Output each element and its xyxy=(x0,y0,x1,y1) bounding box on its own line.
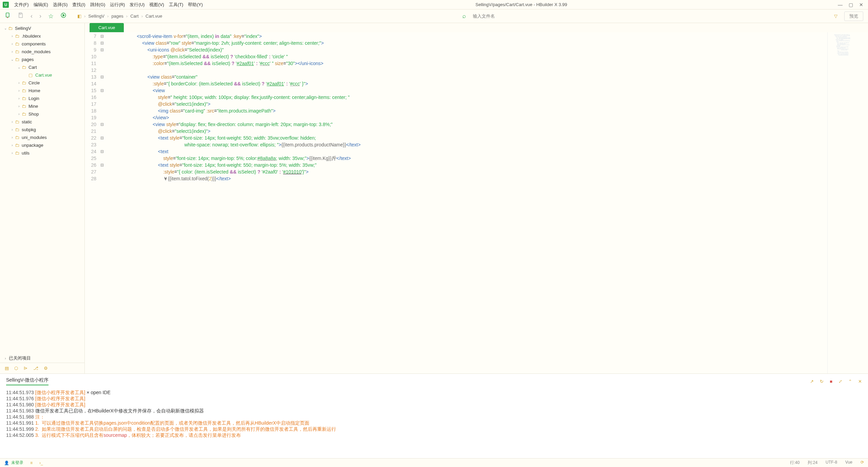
menu-item[interactable]: 视图(V) xyxy=(147,1,166,8)
extensions-icon[interactable]: ⚙ xyxy=(44,366,48,371)
list-icon[interactable]: ≡ xyxy=(30,461,33,465)
fold-toggle[interactable]: ⊟ xyxy=(99,148,105,155)
breadcrumb-item[interactable]: Cart.vue xyxy=(146,14,162,19)
menu-item[interactable]: 工具(T) xyxy=(167,1,186,8)
tree-item[interactable]: ›🗀Login xyxy=(0,95,84,102)
search-box xyxy=(473,14,534,19)
back-icon[interactable]: ‹ xyxy=(31,13,33,20)
debug-icon[interactable]: ⩥ xyxy=(23,366,28,371)
close-icon[interactable]: ✕ xyxy=(859,2,863,7)
menu-item[interactable]: 发行(U) xyxy=(128,1,147,8)
fold-toggle[interactable]: ⊟ xyxy=(99,74,105,80)
status-encoding[interactable]: UTF-8 xyxy=(826,460,837,466)
status-lang[interactable]: Vue xyxy=(845,460,852,466)
menu-item[interactable]: 编辑(E) xyxy=(32,1,50,8)
tree-item[interactable]: ›🗀static xyxy=(0,118,84,126)
tree-label: Home xyxy=(28,88,40,93)
menu-item[interactable]: 文件(F) xyxy=(12,1,31,8)
menu-item[interactable]: 跳转(G) xyxy=(88,1,108,8)
tree-item[interactable]: ›🗀Circle xyxy=(0,79,84,87)
status-login[interactable]: 👤 未登录 xyxy=(4,460,23,466)
tree-item[interactable]: ⌄🗀SellingV xyxy=(0,24,84,32)
new-file-icon[interactable] xyxy=(5,12,11,20)
fold-toggle[interactable]: ⊟ xyxy=(99,46,105,53)
fold-toggle[interactable]: ⊟ xyxy=(99,87,105,94)
forward-icon[interactable]: › xyxy=(39,13,41,20)
fold-toggle[interactable]: ⊟ xyxy=(99,33,105,40)
fold-toggle[interactable]: ⊟ xyxy=(99,162,105,168)
menu-item[interactable]: 查找(I) xyxy=(70,1,87,8)
breadcrumb-item[interactable]: Cart xyxy=(130,14,139,19)
minimize-icon[interactable]: — xyxy=(838,2,843,7)
fold-toggle[interactable]: ⊟ xyxy=(99,135,105,141)
tree-item[interactable]: ›🗀Home xyxy=(0,87,84,95)
folder-icon: ◧ xyxy=(77,14,81,19)
git-icon[interactable]: ⎇ xyxy=(33,366,38,371)
menu-item[interactable]: 帮助(Y) xyxy=(186,1,205,8)
tree-item[interactable]: ›🗀uni_modules xyxy=(0,134,84,141)
preview-button[interactable]: 预览 xyxy=(844,12,863,21)
stop-icon[interactable]: ■ xyxy=(830,379,832,384)
breadcrumb-item[interactable]: pages xyxy=(111,14,123,19)
folder-icon: 🗀 xyxy=(15,34,21,39)
menu-item[interactable]: 运行(R) xyxy=(108,1,127,8)
toolbar: ‹ › ☆ ◧ › SellingV › pages › Cart › Cart… xyxy=(0,9,868,23)
tree-item[interactable]: ⌄🗀Cart xyxy=(0,63,84,71)
status-line[interactable]: 行:40 xyxy=(790,460,800,466)
log-line: 11:44:51.983 微信开发者工具已启动，在HBuilderX中修改文件并… xyxy=(6,408,862,414)
filter-icon[interactable]: ▽ xyxy=(834,14,837,19)
sidebar: ⌄🗀SellingV›🗀.hbuilderx›🗀components›🗀node… xyxy=(0,23,85,373)
closed-projects[interactable]: › 已关闭项目 xyxy=(0,354,84,363)
star-icon[interactable]: ☆ xyxy=(48,13,54,20)
tree-item[interactable]: ›🗀subpkg xyxy=(0,126,84,134)
code-editor[interactable]: <scroll-view-item v-for="(item, index) i… xyxy=(105,32,827,373)
explorer-icon[interactable]: ▤ xyxy=(5,366,9,371)
collapse-icon[interactable]: ⌃ xyxy=(848,379,852,384)
tree-item[interactable]: ▢Cart.vue xyxy=(0,71,84,79)
search-icon[interactable]: ⌕ xyxy=(462,13,466,20)
window-title: SellingV/pages/Cart/Cart.vue - HBuilder … xyxy=(205,2,838,7)
fold-toggle[interactable]: ⊟ xyxy=(99,40,105,46)
tree-item[interactable]: ›🗀unpackage xyxy=(0,141,84,149)
fold-toggle[interactable]: ⊟ xyxy=(99,121,105,128)
console-body[interactable]: 11:44:51.973 [微信小程序开发者工具] × open IDE11:4… xyxy=(0,387,868,458)
main: ⌄🗀SellingV›🗀.hbuilderx›🗀components›🗀node… xyxy=(0,23,868,373)
fold-toggle xyxy=(99,155,105,162)
breadcrumb: ◧ › SellingV › pages › Cart › Cart.vue xyxy=(77,14,162,19)
menu-item[interactable]: 选择(S) xyxy=(51,1,70,8)
status-col[interactable]: 列:24 xyxy=(808,460,817,466)
tree-item[interactable]: ›🗀Shop xyxy=(0,110,84,118)
outline-icon[interactable]: ⬡ xyxy=(14,366,18,371)
folder-icon: 🗀 xyxy=(22,104,28,109)
chevron-icon: › xyxy=(9,120,15,124)
chevron-icon: › xyxy=(9,128,15,131)
folder-icon: 🗀 xyxy=(22,88,28,93)
tree-item[interactable]: ›🗀.hbuilderx xyxy=(0,32,84,40)
run-icon[interactable] xyxy=(60,12,66,20)
sync-icon[interactable]: ⟳ xyxy=(861,460,864,466)
tree-item[interactable]: ›🗀components xyxy=(0,40,84,48)
popout-icon[interactable]: ↗ xyxy=(810,379,814,384)
fold-gutter: ⊟⊟⊟⊟⊟⊟⊟⊟⊟ xyxy=(99,32,105,373)
terminal-icon[interactable]: ›_ xyxy=(39,461,43,465)
minimap[interactable]: &lt;scroll-view-item v-for="(item, index… xyxy=(827,32,868,373)
console-tab[interactable]: SellingV-微信小程序 xyxy=(6,377,49,385)
breadcrumb-item[interactable]: SellingV xyxy=(88,14,104,19)
tabs: Cart.vue xyxy=(85,23,868,32)
expand-icon[interactable]: ⤢ xyxy=(838,379,842,384)
tree-item[interactable]: ⌄🗀pages xyxy=(0,56,84,63)
close-console-icon[interactable]: ✕ xyxy=(858,379,862,384)
save-icon[interactable] xyxy=(18,12,24,20)
tree-item[interactable]: ›🗀Mine xyxy=(0,102,84,110)
tree-label: components xyxy=(22,41,46,46)
chevron-icon: › xyxy=(9,143,15,147)
fold-toggle xyxy=(99,141,105,148)
chevron-icon: › xyxy=(16,112,22,116)
search-input[interactable] xyxy=(473,14,534,19)
tree-label: utils xyxy=(22,150,30,156)
tree-item[interactable]: ›🗀utils xyxy=(0,149,84,157)
maximize-icon[interactable]: ▢ xyxy=(849,2,853,7)
tree-item[interactable]: ›🗀node_modules xyxy=(0,48,84,56)
refresh-icon[interactable]: ↻ xyxy=(820,379,824,384)
tab-cart-vue[interactable]: Cart.vue xyxy=(90,23,124,32)
